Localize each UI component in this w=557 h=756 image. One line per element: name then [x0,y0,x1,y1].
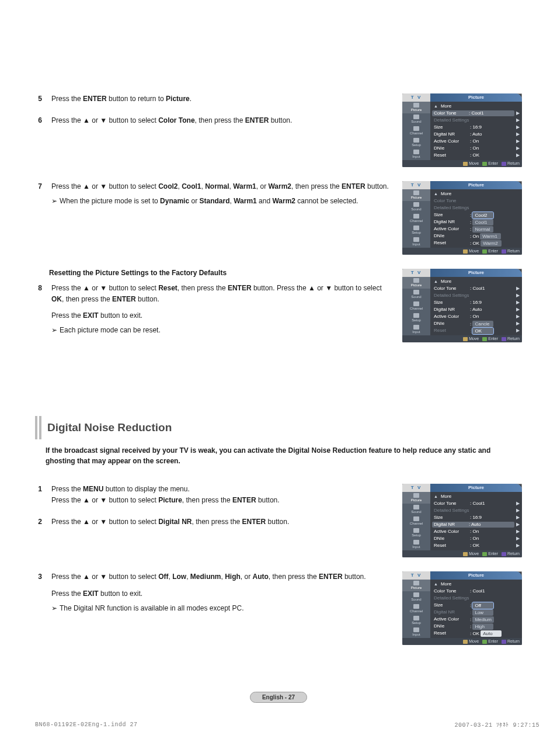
osd-enter-hint: Enter [482,249,498,254]
osd-row: Active Color: On▶ [434,528,520,535]
osd-side-setup[interactable]: Setup [402,137,430,148]
osd-option[interactable]: Cool1 [472,219,493,226]
osd-side-picture[interactable]: Picture [402,492,430,504]
osd-row: Reset: OK▶ [434,327,520,334]
step-num: 8 [35,283,42,335]
osd-footer: Move Enter Return [402,638,522,645]
step-body: Press the ENTER button to return to Pict… [51,93,391,105]
osd-side-sound[interactable]: Sound [402,201,430,213]
osd-menu-3-wrap: T V Picture PictureSoundChannelSetupInpu… [402,269,522,346]
step-6: 6Press the ▲ or ▼ button to select Color… [35,115,391,126]
osd-row: Reset: OK Auto [434,630,520,637]
osd-main: MoreColor Tone: Cool1▶Detailed Settings▶… [430,492,522,550]
osd-side-setup[interactable]: Setup [402,527,430,539]
osd-more[interactable]: More [434,581,520,588]
osd-move-hint: Move [463,249,479,254]
osd-row: Digital NR: Auto▶ [434,131,520,138]
osd-side-picture[interactable]: Picture [402,102,430,113]
osd-row: Active Color: Normal [434,226,520,233]
step2-1-l2: Press the ▲ or ▼ button to select Pictur… [51,496,280,504]
osd-row: Detailed Settings▶ [434,507,520,514]
osd-side-input[interactable]: Input [402,148,430,160]
osd-more[interactable]: More [434,278,520,285]
osd-row: Size: 16:9▶ [434,514,520,521]
osd-side-input[interactable]: Input [402,236,430,248]
osd-body: PictureSoundChannelSetupInput MoreColor … [402,189,522,248]
osd-move-hint: Move [463,552,479,557]
osd-menu-m2: T V Picture PictureSoundChannelSetupInpu… [402,181,522,255]
osd-title: Picture [430,181,522,189]
step-num: 1 [35,484,42,505]
step-body: Press the ▲ or ▼ button to select Color … [51,115,391,126]
osd-option[interactable]: Medium [472,616,493,623]
osd-option[interactable]: Warm2 [481,240,502,247]
osd-option[interactable]: Auto [481,630,502,637]
osd-option[interactable]: OK [472,328,493,334]
osd-more[interactable]: More [434,190,520,197]
osd-side-sound[interactable]: Sound [402,591,430,603]
file-footer-left: BN68-01192E-02Eng-1.indd 27 [35,722,138,729]
osd-side-picture[interactable]: Picture [402,189,430,201]
steps-list-c: 8 Press the ▲ or ▼ button to select Rese… [35,283,391,335]
osd-row: DNIe: Cancle▶ [434,320,520,327]
osd-side-channel[interactable]: Channel [402,125,430,137]
osd-option[interactable]: Cancle [472,321,493,327]
osd-enter-hint: Enter [482,161,498,167]
osd-option[interactable]: Low [472,609,493,616]
osd-side-sound[interactable]: Sound [402,289,430,300]
osd-enter-hint: Enter [482,639,498,644]
osd-option[interactable]: High [472,623,493,630]
osd-side-channel[interactable]: Channel [402,515,430,527]
osd-side-picture[interactable]: Picture [402,580,430,591]
osd-tv-label: T V [402,484,430,492]
file-footer-right: 2007-03-21 ｿﾀﾈﾄ 9:27:15 [454,722,539,729]
osd-side-sound[interactable]: Sound [402,113,430,125]
step-7: 7 Press the ▲ or ▼ button to select Cool… [35,181,391,206]
osd-tv-label: T V [402,571,430,580]
osd-row: Color Tone [434,197,520,204]
osd-side-input[interactable]: Input [402,626,430,638]
osd-row: Reset: OK▶ [434,152,520,159]
osd-row[interactable]: Color Tone: Cool1▶ [434,110,520,117]
step-body: Press the ▲ or ▼ button to select Off, L… [51,571,391,613]
osd-more[interactable]: More [434,493,520,500]
step-num: 6 [35,115,42,126]
step2-2: 2 Press the ▲ or ▼ button to select Digi… [35,516,391,528]
osd-row: DNIe: On Warm1 [434,233,520,240]
steps-list-e: 3 Press the ▲ or ▼ button to select Off,… [35,571,391,613]
osd-sidebar: PictureSoundChannelSetupInput [402,492,430,550]
section-title: Digital Noise Reduction [47,421,172,434]
osd-side-channel[interactable]: Channel [402,603,430,615]
osd-return-hint: Return [502,249,520,254]
osd-side-picture[interactable]: Picture [402,277,430,289]
osd-row[interactable]: Digital NR: Auto▶ [434,521,520,528]
osd-side-sound[interactable]: Sound [402,504,430,515]
osd-move-hint: Move [463,337,479,342]
file-footer: BN68-01192E-02Eng-1.indd 27 2007-03-21 ｿ… [35,722,539,729]
osd-row: Detailed Settings [434,595,520,602]
step-body: Press the ▲ or ▼ button to select Reset,… [51,283,391,335]
osd-option[interactable]: Warm1 [480,233,501,240]
osd-side-setup[interactable]: Setup [402,615,430,626]
osd-row: Active Color: Medium [434,616,520,623]
osd-row: Detailed Settings▶ [434,117,520,124]
osd-side-channel[interactable]: Channel [402,213,430,224]
step-num: 7 [35,181,42,206]
osd-side-setup[interactable]: Setup [402,224,430,236]
row-steps-56: 5Press the ENTER button to return to Pic… [35,93,522,167]
step-num: 3 [35,571,42,613]
reset-heading: Resetting the Picture Settings to the Fa… [49,269,391,277]
osd-side-input[interactable]: Input [402,324,430,335]
osd-side-setup[interactable]: Setup [402,312,430,324]
col-text-12: 1 Press the MENU button to display the m… [35,484,391,557]
osd-more[interactable]: More [434,103,520,110]
osd-top: T V Picture [402,484,522,492]
osd-option[interactable]: Cool2 [472,212,493,219]
osd-side-channel[interactable]: Channel [402,300,430,312]
osd-side-input[interactable]: Input [402,539,430,550]
osd-title: Picture [430,93,522,102]
osd-menu-m3: T V Picture PictureSoundChannelSetupInpu… [402,269,522,342]
osd-option[interactable]: Normal [472,226,493,233]
osd-option[interactable]: Off [472,602,493,609]
osd-sidebar: PictureSoundChannelSetupInput [402,580,430,638]
